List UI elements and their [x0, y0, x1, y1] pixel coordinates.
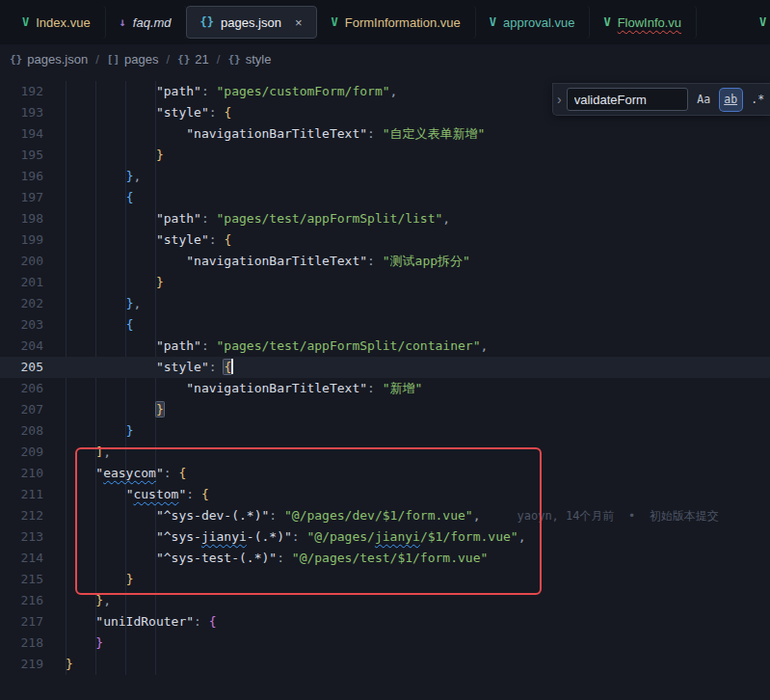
- code-line-214[interactable]: 214 "^sys-test-(.*)": "@/pages/test/$1/f…: [0, 548, 770, 569]
- breadcrumb-item-21[interactable]: {}21: [177, 52, 209, 67]
- code-token: {: [224, 360, 231, 374]
- code-line-209[interactable]: 209 ],: [0, 442, 770, 463]
- line-text: },: [66, 590, 111, 611]
- code-line-194[interactable]: 194 "navigationBarTitleText": "自定义表单新增": [0, 123, 770, 145]
- code-line-205[interactable]: 205 "style": {: [0, 357, 770, 378]
- code-token: "^sys-test-(.*)": [156, 551, 277, 565]
- line-number: 199: [0, 229, 43, 251]
- line-text: "style": {: [66, 229, 231, 251]
- chevron-right-icon[interactable]: ›: [557, 92, 562, 107]
- tab-faq-md[interactable]: ↓faq.md: [105, 6, 186, 39]
- line-text: "easycom": {: [66, 463, 186, 484]
- code-line-196[interactable]: 196 },: [0, 166, 770, 187]
- code-line-195[interactable]: 195 }: [0, 145, 770, 166]
- breadcrumb-item-pages[interactable]: []pages: [107, 52, 159, 67]
- line-number: 195: [0, 145, 43, 166]
- tab-index-vue[interactable]: VIndex.vue: [8, 6, 105, 39]
- vue-icon: V: [490, 15, 496, 29]
- line-number: 206: [0, 378, 43, 399]
- line-number: 218: [0, 633, 43, 654]
- code-token: [66, 572, 126, 586]
- tab-form-information-vue[interactable]: VFormInformation.vue: [317, 6, 475, 39]
- code-line-213[interactable]: 213 "^sys-jianyi-(.*)": "@/pages/jianyi/…: [0, 526, 770, 548]
- code-token: ]: [95, 444, 103, 459]
- code-line-200[interactable]: 200 "navigationBarTitleText": "测试app拆分": [0, 251, 770, 272]
- code-line-208[interactable]: 208 }: [0, 420, 770, 442]
- line-text: "navigationBarTitleText": "自定义表单新增": [66, 123, 485, 145]
- code-token: :: [367, 254, 383, 268]
- code-token: [66, 148, 156, 162]
- vue-icon: V: [759, 15, 766, 29]
- whole-word-button[interactable]: ab: [720, 89, 742, 111]
- code-line-215[interactable]: 215 }: [0, 569, 770, 590]
- code-token: [66, 593, 95, 607]
- code-line-201[interactable]: 201 }: [0, 272, 770, 293]
- code-line-202[interactable]: 202 },: [0, 293, 770, 314]
- code-token: [66, 190, 126, 204]
- line-number: 214: [0, 548, 43, 569]
- whole-word-icon: ab: [724, 93, 737, 106]
- tab-flowinfo-vu[interactable]: VFlowInfo.vu: [589, 6, 696, 39]
- tab-approval-vue[interactable]: Vapproval.vue: [475, 6, 590, 39]
- line-number: 205: [0, 357, 43, 378]
- code-line-218[interactable]: 218 }: [0, 633, 770, 654]
- code-line-217[interactable]: 217 "uniIdRouter": {: [0, 611, 770, 633]
- code-token: [66, 635, 95, 650]
- line-number: 202: [0, 293, 43, 314]
- line-text: ],: [66, 442, 111, 463]
- code-token: [66, 232, 156, 247]
- code-token: :: [367, 126, 383, 141]
- vue-icon: V: [603, 15, 610, 29]
- close-icon[interactable]: ×: [295, 16, 303, 29]
- line-number: 200: [0, 251, 43, 272]
- code-token: [66, 126, 186, 141]
- editor[interactable]: 192 "path": "pages/customForm/form",193 …: [0, 73, 770, 700]
- code-token: [66, 360, 156, 374]
- line-text: }: [66, 569, 133, 590]
- code-line-203[interactable]: 203 {: [0, 314, 770, 336]
- code-token: [66, 444, 95, 459]
- code-token: [66, 105, 156, 120]
- code-line-219[interactable]: 219}: [0, 654, 770, 675]
- vue-icon: V: [332, 15, 338, 29]
- regex-button[interactable]: .*: [747, 89, 769, 111]
- breadcrumb-label: 21: [195, 52, 208, 67]
- code-token: [66, 338, 156, 353]
- line-text: "navigationBarTitleText": "测试app拆分": [66, 251, 470, 272]
- line-number: 198: [0, 208, 43, 229]
- code-token: ,: [390, 84, 398, 98]
- code-token: }: [95, 635, 103, 650]
- find-input[interactable]: [567, 88, 688, 111]
- match-case-button[interactable]: Aa: [693, 89, 715, 111]
- code-line-198[interactable]: 198 "path": "pages/test/appFormSplit/lis…: [0, 208, 770, 229]
- line-number: 194: [0, 123, 43, 145]
- code-line-212[interactable]: 212 "^sys-dev-(.*)": "@/pages/dev/$1/for…: [0, 505, 770, 526]
- code-line-204[interactable]: 204 "path": "pages/test/appFormSplit/con…: [0, 336, 770, 357]
- code-line-207[interactable]: 207 }: [0, 399, 770, 420]
- code-line-216[interactable]: 216 },: [0, 590, 770, 611]
- code-line-197[interactable]: 197 {: [0, 187, 770, 208]
- tab-overflow-tab[interactable]: V: [753, 6, 770, 39]
- breadcrumb-item-style[interactable]: {}style: [227, 52, 271, 67]
- breadcrumb-separator: /: [166, 52, 170, 67]
- code-line-210[interactable]: 210 "easycom": {: [0, 463, 770, 484]
- code-token: [66, 423, 126, 438]
- breadcrumb-item-pages-json[interactable]: {}pages.json: [10, 52, 88, 67]
- tab-label: faq.md: [133, 15, 172, 30]
- code-line-199[interactable]: 199 "style": {: [0, 229, 770, 251]
- code-token: :: [201, 84, 217, 98]
- breadcrumb-label: pages.json: [27, 52, 88, 67]
- line-text: {: [66, 187, 133, 208]
- line-text: "style": {: [66, 102, 231, 123]
- code-token: }: [156, 275, 164, 289]
- code-token: ,: [442, 211, 450, 226]
- code-line-206[interactable]: 206 "navigationBarTitleText": "新增": [0, 378, 770, 399]
- tab-pages-json[interactable]: {}pages.json×: [186, 6, 317, 39]
- breadcrumb: {}pages.json/[]pages/{}21/{}style: [0, 44, 770, 73]
- code-token: "@/pages/: [306, 529, 374, 544]
- code-token: easycom: [103, 466, 156, 480]
- code-token: "^sys-: [156, 529, 201, 544]
- line-text: "path": "pages/test/appFormSplit/contain…: [66, 336, 488, 357]
- code-token: "pages/test/appFormSplit/list": [217, 211, 443, 226]
- code-line-211[interactable]: 211 "custom": {: [0, 484, 770, 505]
